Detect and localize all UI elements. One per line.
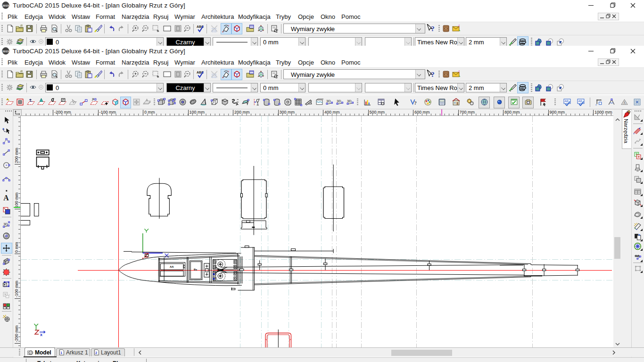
svg-text:2015: 2015 [2, 4, 9, 7]
svg-text:1: 1 [60, 351, 62, 355]
svg-text:AA: AA [170, 265, 174, 268]
svg-text:x: x [40, 332, 42, 337]
svg-text:2: 2 [95, 351, 97, 355]
svg-text:2015: 2015 [2, 49, 9, 53]
svg-text:Rx: Rx [194, 268, 198, 271]
